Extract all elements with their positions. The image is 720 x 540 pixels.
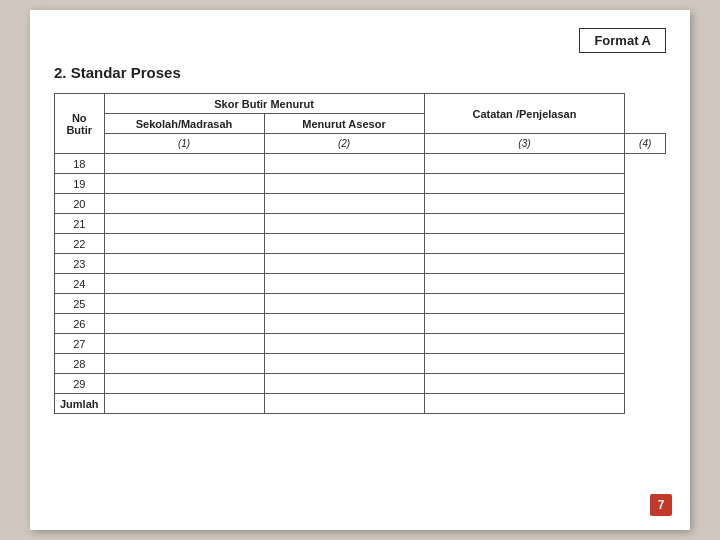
row-catatan [424, 314, 625, 334]
page-number: 7 [650, 494, 672, 516]
sub-col1: (1) [104, 134, 264, 154]
row-no: 19 [55, 174, 105, 194]
section-title: 2. Standar Proses [54, 64, 666, 81]
table-row: 27 [55, 334, 666, 354]
col-header-no: No Butir [55, 94, 105, 154]
row-asesor-jumlah [264, 394, 424, 414]
row-catatan [424, 154, 625, 174]
row-catatan [424, 274, 625, 294]
row-no: 18 [55, 154, 105, 174]
row-catatan [424, 194, 625, 214]
format-badge: Format A [579, 28, 666, 53]
row-no: 23 [55, 254, 105, 274]
row-no: 22 [55, 234, 105, 254]
table-row: 18 [55, 154, 666, 174]
row-no: 27 [55, 334, 105, 354]
row-no: 26 [55, 314, 105, 334]
row-asesor [264, 174, 424, 194]
row-no: 25 [55, 294, 105, 314]
row-no: 29 [55, 374, 105, 394]
row-sekolah [104, 234, 264, 254]
row-asesor [264, 294, 424, 314]
row-sekolah [104, 354, 264, 374]
table-row: 21 [55, 214, 666, 234]
row-asesor [264, 274, 424, 294]
sub-col3: (3) [424, 134, 625, 154]
row-no: 28 [55, 354, 105, 374]
row-catatan [424, 254, 625, 274]
row-sekolah [104, 314, 264, 334]
row-no: 21 [55, 214, 105, 234]
row-catatan [424, 354, 625, 374]
row-sekolah [104, 334, 264, 354]
row-catatan [424, 334, 625, 354]
table-row: 26 [55, 314, 666, 334]
table-row: 20 [55, 194, 666, 214]
row-asesor [264, 334, 424, 354]
row-asesor [264, 194, 424, 214]
col-header-catatan: Catatan /Penjelasan [424, 94, 625, 134]
col-header-skor: Skor Butir Menurut [104, 94, 424, 114]
row-asesor [264, 354, 424, 374]
row-sekolah [104, 174, 264, 194]
row-sekolah [104, 194, 264, 214]
row-asesor [264, 214, 424, 234]
row-sekolah [104, 254, 264, 274]
table-row: 25 [55, 294, 666, 314]
main-table: No Butir Skor Butir Menurut Catatan /Pen… [54, 93, 666, 414]
row-sekolah [104, 274, 264, 294]
row-asesor [264, 374, 424, 394]
row-no-jumlah: Jumlah [55, 394, 105, 414]
row-sekolah [104, 214, 264, 234]
row-asesor [264, 254, 424, 274]
row-no: 24 [55, 274, 105, 294]
table-row: 29 [55, 374, 666, 394]
row-asesor [264, 154, 424, 174]
col-header-sekolah: Sekolah/Madrasah [104, 114, 264, 134]
row-asesor [264, 314, 424, 334]
table-row: 28 [55, 354, 666, 374]
row-no: 20 [55, 194, 105, 214]
sub-col4: (4) [625, 134, 666, 154]
row-asesor [264, 234, 424, 254]
row-sekolah [104, 374, 264, 394]
table-row: 24 [55, 274, 666, 294]
col-header-asesor: Menurut Asesor [264, 114, 424, 134]
row-catatan [424, 174, 625, 194]
table-row: 19 [55, 174, 666, 194]
page: Format A 2. Standar Proses No Butir Skor… [30, 10, 690, 530]
table-row: 23 [55, 254, 666, 274]
row-sekolah [104, 294, 264, 314]
row-catatan [424, 374, 625, 394]
row-catatan-jumlah [424, 394, 625, 414]
table-row: 22 [55, 234, 666, 254]
row-sekolah-jumlah [104, 394, 264, 414]
table-row-jumlah: Jumlah [55, 394, 666, 414]
row-catatan [424, 294, 625, 314]
row-sekolah [104, 154, 264, 174]
sub-col2: (2) [264, 134, 424, 154]
row-catatan [424, 214, 625, 234]
row-catatan [424, 234, 625, 254]
